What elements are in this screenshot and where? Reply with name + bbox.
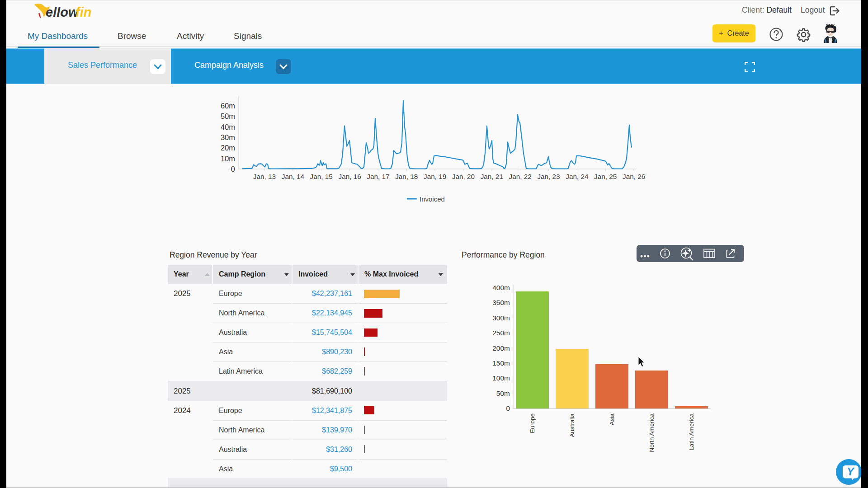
svg-text:60m: 60m [221, 102, 235, 110]
svg-text:10m: 10m [221, 155, 235, 163]
svg-text:0: 0 [231, 165, 235, 173]
svg-text:Jan, 24: Jan, 24 [566, 173, 589, 180]
svg-text:400m: 400m [492, 284, 510, 291]
svg-text:ellow: ellow [46, 5, 80, 19]
svg-text:Jan, 18: Jan, 18 [395, 173, 418, 180]
svg-text:300m: 300m [492, 314, 510, 322]
svg-text:North America: North America [648, 413, 655, 452]
svg-text:Jan, 16: Jan, 16 [339, 173, 361, 180]
svg-text:50m: 50m [496, 389, 510, 397]
svg-text:150m: 150m [492, 359, 510, 367]
svg-text:Jan, 25: Jan, 25 [594, 173, 617, 180]
svg-text:200m: 200m [492, 344, 510, 352]
svg-text:100m: 100m [492, 374, 510, 382]
svg-text:350m: 350m [492, 299, 510, 306]
svg-text:Asia: Asia [609, 413, 615, 426]
svg-text:Jan, 22: Jan, 22 [509, 173, 532, 180]
svg-text:50m: 50m [221, 112, 235, 120]
svg-text:fin: fin [75, 5, 91, 19]
svg-text:Jan, 13: Jan, 13 [253, 173, 276, 180]
svg-text:Jan, 26: Jan, 26 [623, 173, 645, 180]
svg-text:30m: 30m [221, 133, 235, 141]
svg-text:Jan, 21: Jan, 21 [481, 173, 503, 180]
svg-text:Y: Y [847, 466, 855, 478]
svg-text:Performance by Region: Performance by Region [462, 250, 545, 259]
svg-text:Jan, 14: Jan, 14 [282, 173, 305, 180]
svg-text:Australia: Australia [569, 413, 576, 437]
svg-text:Jan, 15: Jan, 15 [310, 173, 333, 180]
svg-text:Jan, 17: Jan, 17 [367, 173, 389, 180]
svg-text:250m: 250m [492, 329, 510, 337]
svg-text:40m: 40m [221, 123, 235, 131]
svg-text:0: 0 [506, 404, 510, 412]
svg-text:20m: 20m [221, 144, 235, 152]
svg-text:Jan, 19: Jan, 19 [424, 173, 446, 180]
svg-text:Latin America: Latin America [688, 413, 695, 450]
svg-text:Invoiced: Invoiced [420, 195, 445, 203]
svg-text:Jan, 20: Jan, 20 [452, 173, 475, 180]
svg-text:Jan, 23: Jan, 23 [537, 173, 560, 180]
svg-text:Europe: Europe [529, 413, 536, 433]
